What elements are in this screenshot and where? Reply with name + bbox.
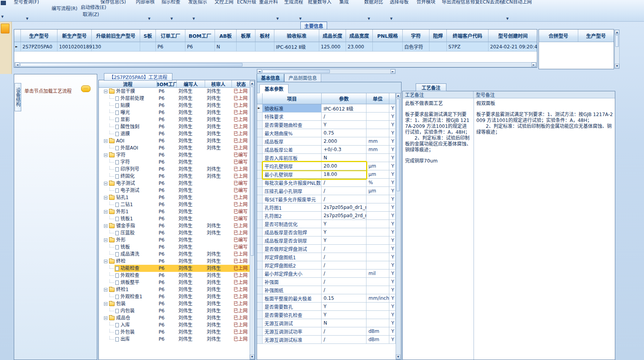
param-row[interactable]: 补强面/Y (257, 278, 401, 286)
param-row[interactable]: 补强图纸/Y (257, 286, 401, 294)
grid-cell[interactable] (429, 42, 447, 52)
expander-icon[interactable] (104, 182, 107, 185)
param-row[interactable]: 是否做邦定焊盘测试/Y (257, 245, 401, 253)
grid-cell[interactable]: 2024-02-21 09:20:45 (489, 42, 537, 52)
param-row[interactable]: 邦定焊盘图纸2/Y (257, 261, 401, 270)
param-value-cell[interactable]: / (322, 113, 366, 121)
grid-column-header[interactable]: S板 (140, 30, 156, 42)
grid-column-header[interactable]: 终端客户代码 (447, 30, 489, 42)
param-value-cell[interactable]: 18.00 (322, 170, 366, 179)
toolbar-button[interactable]: 文控上网 (215, 0, 233, 4)
flow-row[interactable]: 功能检查P6刘伟生刘伟生已上网 (99, 265, 255, 272)
param-item-cell[interactable]: 成品板厚公差 (263, 146, 322, 154)
dropdown-arrow-icon[interactable]: ▼ (299, 17, 302, 20)
flow-row[interactable]: 外观检查P6刘伟生刘伟生已上网 (99, 272, 255, 279)
param-column-header[interactable]: 项目 (263, 93, 322, 104)
flow-row[interactable]: 终检P6刘伟生刘伟生已上网 (99, 258, 255, 265)
flow-row[interactable]: 外层AOIP6刘伟生刘伟生已上网 (99, 144, 255, 151)
expander-icon[interactable] (104, 210, 107, 214)
flow-row[interactable]: 字符P6刘伟生已编写 (99, 151, 255, 159)
ribbon-collapse-icon[interactable]: ▼ (1, 15, 4, 18)
param-value-cell[interactable]: Y (322, 236, 366, 245)
flow-row[interactable]: 终检1P6刘伟生刘伟生已上网 (99, 286, 255, 293)
param-item-cell[interactable]: 孔符图2 (263, 212, 322, 220)
flow-row[interactable]: 铣板1P6刘伟生已编写 (99, 215, 255, 222)
flow-row[interactable]: 镀金手指P6刘伟生刘伟生已上网 (99, 222, 255, 229)
grid-column-header[interactable]: 升级前旧生产型号 (92, 30, 140, 42)
flow-row[interactable]: 酸性蚀刻P6刘伟生刘伟生已上网 (99, 123, 255, 130)
flow-row[interactable]: 外包装P6刘伟生刘伟生已上网 (99, 329, 255, 336)
flow-column-header[interactable]: 核审人 (205, 80, 232, 88)
flow-row[interactable]: 显影P6刘伟生刘伟生已上网 (99, 116, 255, 123)
flow-row[interactable]: 压蓝胶P6刘伟生刘伟生已上网 (99, 229, 255, 236)
write-flow-button[interactable]: 编写流程(R) (52, 5, 78, 11)
flow-row[interactable]: 烘板整平P6刘伟生刘伟生已上网 (99, 279, 255, 286)
dropdown-arrow-icon[interactable]: ▼ (192, 17, 195, 20)
launcher-icon[interactable] (1, 24, 9, 33)
scroll-down-icon[interactable]: ▼ (615, 64, 619, 68)
param-item-cell[interactable]: 是否需要数孔 (263, 303, 322, 311)
dropdown-arrow-icon[interactable]: ▼ (170, 17, 173, 20)
scroll-right-icon[interactable]: ► (531, 63, 536, 67)
param-item-cell[interactable]: 压接孔最小孔铜厚 (263, 187, 322, 195)
flow-row[interactable]: 钻孔1P6刘伟生已上网 (99, 194, 255, 201)
param-row[interactable]: 压接孔最小孔铜厚/μmY (257, 187, 401, 195)
param-value-cell[interactable]: Y (322, 303, 366, 311)
flow-row[interactable]: 印序列号P6刘伟生刘伟生已上网 (99, 166, 255, 173)
grid-column-header[interactable]: 新生产型号 (57, 30, 92, 42)
param-item-cell[interactable]: 最大翘曲度% (263, 129, 322, 137)
flow-row[interactable]: 终固化P6刘伟生刘伟生已上网 (99, 173, 255, 180)
param-value-cell[interactable]: 0.75 (322, 129, 366, 137)
grid-column-header[interactable]: 验收标准 (274, 30, 319, 42)
param-item-cell[interactable]: 板面平整度的最大极差 (263, 294, 322, 303)
param-value-cell[interactable]: / (322, 278, 366, 286)
flow-row[interactable]: 二钻1P6刘伟生已上网 (99, 201, 255, 208)
param-value-cell[interactable]: / (322, 187, 366, 195)
param-item-cell[interactable]: 成品板厚是否含阻焊 (263, 228, 322, 236)
dropdown-arrow-icon[interactable]: ▼ (390, 17, 392, 20)
grid-cell[interactable]: 125.000 (319, 42, 346, 52)
flow-row[interactable]: 成品清洗P6刘伟生刘伟生已上网 (99, 251, 255, 258)
flow-row[interactable]: 字符P6刘伟生已编写 (99, 159, 255, 166)
grid-cell[interactable]: 白色字符 (403, 42, 429, 52)
param-row[interactable]: 每SET最多允许报废单元/Y (257, 195, 401, 203)
grid-column-header[interactable]: 合拼型号 (539, 30, 578, 42)
flow-row[interactable]: 成品仓P6刘伟生刘伟生已上网 (99, 314, 255, 321)
flow-row[interactable]: 贴膜P6刘伟生刘伟生已上网 (99, 102, 255, 109)
dropdown-arrow-icon[interactable]: ▼ (276, 17, 279, 20)
flow-column-header[interactable]: 状态 (232, 80, 251, 88)
param-value-cell[interactable]: / (322, 195, 366, 203)
flow-row[interactable]: 电子测试P6刘伟生已编写 (99, 187, 255, 194)
scrollbar-thumb[interactable] (262, 70, 330, 73)
param-row[interactable]: 是否需要验孔检查YY (257, 311, 401, 319)
toolbar-button[interactable]: 批量数导入 (308, 0, 331, 4)
model-query-button[interactable]: 型号查询(F) (14, 0, 39, 4)
grid-cell[interactable]: 10010200189130 (57, 42, 92, 52)
param-value-cell[interactable]: 2s7pz05pa0_dr1_m... (322, 203, 366, 212)
grid-cell[interactable]: S7PZ (447, 42, 489, 52)
scroll-left-icon[interactable]: ◄ (257, 69, 262, 74)
flow-row[interactable]: 包装P6刘伟生刘伟生已上网 (99, 300, 255, 307)
tab-product-profile[interactable]: 产品剖面信息 (284, 73, 321, 82)
param-value-cell[interactable]: Y (322, 121, 366, 129)
expander-icon[interactable] (104, 90, 107, 93)
scrollbar-thumb[interactable] (615, 35, 619, 47)
flow-row[interactable]: 外层干膜P6刘伟生刘伟生已上网 (99, 88, 255, 95)
grid-column-header[interactable]: 字符 (403, 30, 429, 42)
dropdown-arrow-icon[interactable]: ▼ (368, 17, 370, 20)
flow-row[interactable]: 外形P6刘伟生已编写 (99, 236, 255, 244)
flow-row[interactable]: 外层前处理P6刘伟生刘伟生已上网 (99, 95, 255, 102)
param-value-cell[interactable]: 0.15 (322, 294, 366, 303)
grid-column-header[interactable]: 板厚 (237, 30, 255, 42)
grid-cell[interactable] (255, 42, 274, 52)
toolbar-button[interactable]: 集成 (339, 0, 349, 4)
param-item-cell[interactable]: 每批次最多允许报废PNL数 (263, 179, 322, 187)
flow-row[interactable]: 出库P6刘伟生刘伟生已上网 (99, 336, 255, 343)
param-item-cell[interactable]: 无源互调测试 (263, 319, 322, 327)
param-row[interactable]: ►验收标准IPC-6012 Ⅱ级Y (257, 104, 401, 113)
param-row[interactable]: 邦定焊盘图纸1/Y (257, 253, 401, 261)
param-row[interactable]: 无源互调测试标准/dBmY (257, 336, 401, 344)
grid-cell[interactable]: IPC-6012 Ⅱ级 (274, 42, 319, 52)
param-value-cell[interactable]: 20.00 (322, 162, 366, 170)
param-value-cell[interactable]: +0/-0.3 (322, 146, 366, 154)
